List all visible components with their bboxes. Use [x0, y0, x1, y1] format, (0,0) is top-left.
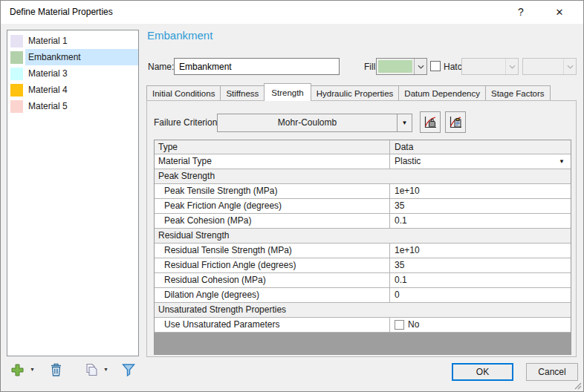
material-name-input[interactable]	[174, 58, 340, 75]
add-material-dropdown-arrow-icon[interactable]: ▼	[30, 367, 35, 372]
property-value: 0.1	[395, 214, 407, 228]
tab-datum-dependency[interactable]: Datum Dependency	[398, 85, 486, 101]
resize-grip[interactable]	[572, 380, 582, 390]
add-icon	[10, 363, 25, 377]
section-label: Unsaturated Strength Properties	[155, 303, 286, 317]
table-header-row: Type Data	[155, 140, 571, 154]
property-table-body: Material TypePlastic▼Peak StrengthPeak T…	[155, 154, 571, 354]
hatch-checkbox[interactable]	[430, 61, 441, 71]
hatch-pattern-swatch	[464, 60, 504, 73]
material-color-swatch	[10, 35, 23, 48]
property-value-cell[interactable]: 35	[390, 258, 571, 272]
failure-criterion-label: Failure Criterion:	[154, 117, 220, 128]
material-list-item[interactable]: Material 1	[7, 33, 138, 49]
title-bar: Define Material Properties ? ✕	[1, 1, 583, 24]
table-row: Use Unsaturated ParametersNo	[155, 318, 571, 333]
section-label: Peak Strength	[155, 169, 215, 183]
property-name-cell: Peak Tensile Strength (MPa)	[155, 184, 390, 198]
chevron-down-icon	[505, 59, 518, 74]
window-title: Define Material Properties	[10, 1, 113, 24]
type-column-header: Type	[155, 140, 390, 154]
chevron-down-icon[interactable]	[414, 59, 426, 74]
material-list-item[interactable]: Material 5	[7, 98, 138, 114]
property-value-cell[interactable]: 0.1	[390, 214, 571, 228]
property-value-cell[interactable]: 35	[390, 199, 571, 213]
property-name-cell: Residual Tensile Strength (MPa)	[155, 244, 390, 258]
copy-material-button[interactable]	[82, 362, 100, 378]
hatch-color-swatch	[525, 60, 562, 73]
filter-materials-button[interactable]	[120, 362, 137, 378]
table-row: Peak Cohesion (MPa)0.1	[155, 214, 571, 229]
help-button[interactable]: ?	[506, 1, 536, 24]
property-table: Type Data Material TypePlastic▼Peak Stre…	[154, 140, 571, 355]
table-row: Material TypePlastic▼	[155, 154, 571, 169]
material-color-swatch	[10, 84, 23, 97]
tab-stage-factors[interactable]: Stage Factors	[485, 85, 551, 101]
define-material-properties-dialog: Define Material Properties ? ✕ Material …	[0, 0, 584, 392]
envelope-copy-button[interactable]	[445, 111, 466, 133]
table-section-row: Peak Strength	[155, 169, 571, 184]
material-color-swatch	[10, 100, 23, 113]
name-label: Name:	[148, 59, 174, 75]
table-row: Residual Cohesion (MPa)0.1	[155, 273, 571, 288]
trash-icon	[49, 362, 63, 377]
tab-initial-conditions[interactable]: Initial Conditions	[146, 85, 221, 101]
property-value-cell[interactable]: 1e+10	[390, 184, 571, 198]
property-name-cell: Use Unsaturated Parameters	[155, 318, 390, 332]
filter-icon	[121, 362, 136, 377]
table-section-row: Unsaturated Strength Properties	[155, 303, 571, 318]
section-label: Residual Strength	[155, 229, 229, 243]
data-column-header: Data	[390, 140, 571, 154]
table-row: Peak Friction Angle (degrees)35	[155, 199, 571, 214]
material-list[interactable]: Material 1EmbankmentMaterial 3Material 4…	[7, 30, 139, 356]
fill-color-dropdown[interactable]	[376, 58, 427, 75]
material-list-item-label: Material 5	[25, 98, 138, 114]
property-value: 1e+10	[395, 184, 420, 198]
add-material-button[interactable]	[8, 362, 26, 378]
strength-tab-panel: Failure Criterion: Mohr-Coulomb ▼	[146, 100, 577, 357]
table-row: Dilation Angle (degrees)0	[155, 288, 571, 303]
tab-hydraulic-properties[interactable]: Hydraulic Properties	[311, 85, 400, 101]
material-list-item-label: Embankment	[25, 49, 138, 65]
chevron-down-icon	[563, 59, 576, 74]
copy-material-dropdown-arrow-icon[interactable]: ▼	[103, 367, 108, 372]
property-value-cell[interactable]: 0	[390, 288, 571, 302]
material-color-swatch	[10, 51, 23, 64]
property-value-cell[interactable]: 1e+10	[390, 244, 571, 258]
property-name-cell: Residual Cohesion (MPa)	[155, 273, 390, 287]
failure-criterion-dropdown[interactable]: Mohr-Coulomb ▼	[217, 114, 412, 132]
hatch-color-dropdown[interactable]	[522, 58, 577, 75]
copy-icon	[84, 362, 99, 377]
close-button[interactable]: ✕	[545, 1, 574, 24]
property-value: 0	[395, 288, 400, 302]
tab-strength[interactable]: Strength	[264, 83, 311, 101]
table-row: Residual Friction Angle (degrees)35	[155, 258, 571, 273]
material-list-item[interactable]: Material 3	[7, 65, 138, 82]
property-value-cell[interactable]: No	[390, 318, 571, 332]
cancel-button[interactable]: Cancel	[526, 363, 578, 381]
property-value: 0.1	[395, 273, 407, 287]
unsaturated-parameters-checkbox[interactable]	[395, 320, 404, 330]
table-section-row: Residual Strength	[155, 229, 571, 244]
property-value-cell[interactable]: Plastic▼	[390, 154, 571, 169]
property-value: 35	[395, 199, 404, 213]
failure-criterion-value: Mohr-Coulomb	[218, 114, 397, 131]
dropdown-arrow-icon[interactable]: ▼	[559, 154, 565, 169]
material-list-item[interactable]: Material 4	[7, 82, 138, 98]
material-list-item[interactable]: Embankment	[7, 49, 138, 65]
property-value: 35	[395, 258, 404, 272]
material-list-item-label: Material 4	[25, 82, 138, 98]
delete-material-button[interactable]	[47, 362, 65, 378]
table-row: Residual Tensile Strength (MPa)1e+10	[155, 244, 571, 258]
material-list-item-label: Material 3	[25, 65, 138, 82]
hatch-pattern-dropdown[interactable]	[461, 58, 519, 75]
property-value-cell[interactable]: 0.1	[390, 273, 571, 287]
ok-button[interactable]: OK	[452, 363, 513, 381]
tab-stiffness[interactable]: Stiffness	[220, 85, 265, 101]
property-value: 1e+10	[395, 244, 420, 258]
property-value: Plastic	[395, 154, 421, 169]
envelope-plot-button[interactable]	[420, 111, 441, 133]
dropdown-arrow-icon[interactable]: ▼	[397, 114, 412, 131]
property-name-cell: Peak Friction Angle (degrees)	[155, 199, 390, 213]
property-name-cell: Peak Cohesion (MPa)	[155, 214, 390, 228]
